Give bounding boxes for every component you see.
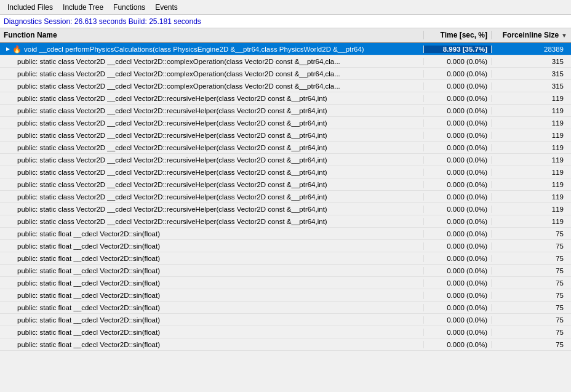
cell-name: public: static class Vector2D __cdecl Ve… (0, 58, 423, 65)
cell-size: 315 (491, 58, 571, 65)
table-row[interactable]: public: static class Vector2D __cdecl Ve… (0, 80, 571, 92)
cell-name: public: static class Vector2D __cdecl Ve… (0, 70, 423, 78)
table-row[interactable]: public: static class Vector2D __cdecl Ve… (0, 55, 571, 68)
cell-size: 75 (491, 279, 571, 287)
cell-size: 75 (491, 329, 571, 336)
cell-time-selected: 8.993 [35.7%] (423, 46, 491, 53)
menu-bar: Included Files Include Tree Functions Ev… (0, 0, 571, 15)
cell-name: public: static float __cdecl Vector2D::s… (0, 304, 423, 311)
cell-time: 0.000 (0.0%) (423, 193, 491, 201)
cell-size: 315 (491, 82, 571, 90)
cell-time: 0.000 (0.0%) (423, 132, 491, 139)
cell-time: 0.000 (0.0%) (423, 230, 491, 238)
cell-time: 0.000 (0.0%) (423, 316, 491, 324)
table-row[interactable]: public: static float __cdecl Vector2D::s… (0, 326, 571, 338)
menu-include-tree[interactable]: Include Tree (58, 2, 108, 13)
cell-size: 119 (491, 107, 571, 114)
expand-arrow-icon (5, 46, 11, 52)
cell-name-selected: 🔥 void __cdecl performPhysicsCalculation… (0, 45, 423, 54)
selected-row-function-name: void __cdecl performPhysicsCalculations(… (24, 46, 364, 53)
cell-time: 0.000 (0.0%) (423, 169, 491, 176)
table-row[interactable]: public: static class Vector2D __cdecl Ve… (0, 178, 571, 191)
table-row[interactable]: public: static float __cdecl Vector2D::s… (0, 289, 571, 302)
cell-size: 119 (491, 218, 571, 225)
table-row[interactable]: public: static float __cdecl Vector2D::s… (0, 240, 571, 252)
cell-name: public: static class Vector2D __cdecl Ve… (0, 181, 423, 188)
row-icons: 🔥 (5, 45, 22, 54)
cell-size: 119 (491, 156, 571, 164)
cell-size: 75 (491, 304, 571, 311)
menu-events[interactable]: Events (150, 2, 183, 13)
cell-time: 0.000 (0.0%) (423, 341, 491, 348)
table-row[interactable]: public: static float __cdecl Vector2D::s… (0, 277, 571, 289)
table-row[interactable]: public: static class Vector2D __cdecl Ve… (0, 191, 571, 203)
function-table: Function Name Time [sec, %] Forceinline … (0, 28, 571, 392)
table-row[interactable]: public: static class Vector2D __cdecl Ve… (0, 142, 571, 154)
cell-name: public: static float __cdecl Vector2D::s… (0, 255, 423, 262)
table-header: Function Name Time [sec, %] Forceinline … (0, 28, 571, 43)
cell-name: public: static class Vector2D __cdecl Ve… (0, 107, 423, 114)
table-row[interactable]: public: static class Vector2D __cdecl Ve… (0, 105, 571, 117)
data-rows-container: public: static class Vector2D __cdecl Ve… (0, 55, 571, 351)
menu-included-files[interactable]: Included Files (2, 2, 58, 13)
cell-time: 0.000 (0.0%) (423, 119, 491, 127)
cell-size: 119 (491, 119, 571, 127)
col-header-time[interactable]: Time [sec, %] (423, 31, 491, 39)
cell-time: 0.000 (0.0%) (423, 267, 491, 274)
cell-name: public: static float __cdecl Vector2D::s… (0, 341, 423, 348)
cell-name: public: static float __cdecl Vector2D::s… (0, 242, 423, 250)
cell-size: 315 (491, 70, 571, 78)
table-row[interactable]: public: static class Vector2D __cdecl Ve… (0, 203, 571, 215)
cell-time: 0.000 (0.0%) (423, 242, 491, 250)
cell-time: 0.000 (0.0%) (423, 279, 491, 287)
cell-size: 119 (491, 144, 571, 151)
table-row[interactable]: public: static float __cdecl Vector2D::s… (0, 302, 571, 314)
cell-name: public: static class Vector2D __cdecl Ve… (0, 169, 423, 176)
cell-size: 119 (491, 193, 571, 201)
table-row[interactable]: public: static float __cdecl Vector2D::s… (0, 314, 571, 326)
cell-size: 75 (491, 255, 571, 262)
cell-name: public: static float __cdecl Vector2D::s… (0, 230, 423, 238)
table-row[interactable]: public: static class Vector2D __cdecl Ve… (0, 92, 571, 105)
table-row[interactable]: public: static float __cdecl Vector2D::s… (0, 252, 571, 265)
cell-size: 75 (491, 242, 571, 250)
col-header-size[interactable]: Forceinline Size ▼ (491, 31, 571, 39)
cell-size: 75 (491, 230, 571, 238)
cell-size: 119 (491, 181, 571, 188)
cell-time: 0.000 (0.0%) (423, 107, 491, 114)
cell-time: 0.000 (0.0%) (423, 144, 491, 151)
cell-size: 75 (491, 292, 571, 299)
table-row[interactable]: public: static class Vector2D __cdecl Ve… (0, 215, 571, 228)
table-row[interactable]: public: static class Vector2D __cdecl Ve… (0, 166, 571, 178)
table-row[interactable]: public: static class Vector2D __cdecl Ve… (0, 68, 571, 80)
cell-time: 0.000 (0.0%) (423, 70, 491, 78)
cell-size: 75 (491, 316, 571, 324)
table-row[interactable]: public: static class Vector2D __cdecl Ve… (0, 129, 571, 142)
cell-size: 75 (491, 341, 571, 348)
cell-name: public: static class Vector2D __cdecl Ve… (0, 119, 423, 127)
cell-time: 0.000 (0.0%) (423, 292, 491, 299)
cell-name: public: static class Vector2D __cdecl Ve… (0, 82, 423, 90)
table-body: 🔥 void __cdecl performPhysicsCalculation… (0, 43, 571, 392)
cell-time: 0.000 (0.0%) (423, 255, 491, 262)
cell-time: 0.000 (0.0%) (423, 206, 491, 213)
cell-time: 0.000 (0.0%) (423, 218, 491, 225)
table-row[interactable]: public: static class Vector2D __cdecl Ve… (0, 154, 571, 166)
table-row[interactable]: public: static float __cdecl Vector2D::s… (0, 228, 571, 240)
cell-name: public: static float __cdecl Vector2D::s… (0, 292, 423, 299)
cell-name: public: static class Vector2D __cdecl Ve… (0, 206, 423, 213)
cell-name: public: static float __cdecl Vector2D::s… (0, 329, 423, 336)
cell-time: 0.000 (0.0%) (423, 95, 491, 102)
svg-marker-0 (6, 47, 10, 51)
col-header-function-name[interactable]: Function Name (0, 31, 423, 39)
cell-time: 0.000 (0.0%) (423, 58, 491, 65)
table-row[interactable]: public: static float __cdecl Vector2D::s… (0, 338, 571, 351)
cell-size: 119 (491, 132, 571, 139)
table-row[interactable]: public: static float __cdecl Vector2D::s… (0, 265, 571, 277)
cell-size: 119 (491, 169, 571, 176)
menu-functions[interactable]: Functions (108, 2, 150, 13)
table-row-selected[interactable]: 🔥 void __cdecl performPhysicsCalculation… (0, 43, 571, 55)
cell-name: public: static class Vector2D __cdecl Ve… (0, 144, 423, 151)
table-row[interactable]: public: static class Vector2D __cdecl Ve… (0, 117, 571, 129)
col-size-label: Forceinline Size (503, 31, 559, 39)
